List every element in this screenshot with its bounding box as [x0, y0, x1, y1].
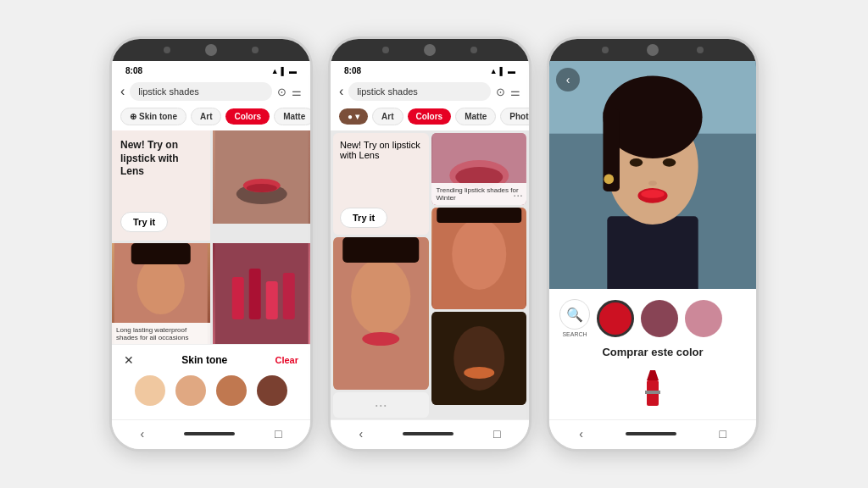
home-indicator-p2[interactable]: [403, 432, 453, 435]
square-nav-button-p3[interactable]: □: [702, 425, 743, 442]
svg-rect-14: [342, 237, 419, 263]
phone1-search-input[interactable]: lipstick shades: [130, 82, 272, 101]
lipstick-icon: [640, 363, 665, 406]
phone2-time: 8:08: [344, 66, 361, 75]
ar-person-illustration: [549, 61, 756, 289]
filter-icon-p2[interactable]: ⚌: [510, 86, 520, 98]
phone1-back-button[interactable]: ‹: [120, 84, 125, 99]
woman2-illustration: [431, 208, 527, 309]
search-swatch-container: 🔍 SEARCH: [559, 299, 590, 337]
back-nav-button[interactable]: ‹: [123, 425, 161, 442]
ar-search-button[interactable]: 🔍: [559, 299, 590, 330]
phone1-search-bar: ‹ lipstick shades ⊙ ⚌: [112, 79, 310, 104]
svg-rect-0: [214, 130, 308, 224]
skintone-dark[interactable]: [257, 375, 287, 406]
svg-rect-27: [607, 216, 698, 289]
phone-1: 8:08 ▲ ▌ ▬ ‹ lipstick shades ⊙ ⚌ ⊕ Skin …: [109, 36, 313, 452]
swatch-red-active[interactable]: [597, 300, 634, 337]
phone2-try-card: New! Try on lipstick with Lens Try it: [333, 133, 429, 235]
phone-2: 8:08 ▲ ▌ ▬ ‹ lipstick shades ⊙ ⚌ ● ▾: [328, 36, 531, 452]
back-nav-button-p3[interactable]: ‹: [562, 425, 600, 442]
svg-rect-39: [645, 391, 660, 394]
svg-point-20: [452, 219, 506, 290]
svg-point-24: [464, 367, 494, 379]
phone1-try-card: New! Try on lipstick with Lens Try it: [112, 130, 210, 241]
woman1-illustration: [333, 237, 429, 390]
camera-search-icon-p2[interactable]: ⊙: [496, 86, 505, 98]
chip-matte[interactable]: Matte: [274, 108, 310, 125]
try-card-headline: New! Try on lipstick with Lens: [120, 139, 202, 179]
phone1-grid: New! Try on lipstick with Lens Try it: [112, 130, 310, 344]
camera-lens-p2: [424, 44, 436, 56]
products-illustration: [213, 243, 311, 344]
phone2-woman2-cell: [431, 208, 527, 309]
svg-rect-21: [437, 208, 521, 223]
phone2-back-button[interactable]: ‹: [339, 84, 343, 99]
wifi-icon: ▲: [271, 67, 279, 75]
skintone-medium[interactable]: [216, 375, 247, 406]
phone-3: ‹: [547, 36, 759, 452]
filter-icon[interactable]: ⚌: [292, 86, 302, 98]
svg-rect-11: [282, 273, 294, 319]
skintone-clear-button[interactable]: Clear: [275, 355, 298, 365]
phone2-search-bar: ‹ lipstick shades ⊙ ⚌: [331, 79, 529, 104]
phone3-ar-controls: 🔍 SEARCH Comprar este color: [549, 289, 756, 419]
buy-label[interactable]: Comprar este color: [559, 346, 746, 358]
phone1-status-icons: ▲ ▌ ▬: [271, 67, 297, 75]
buy-button-row: Comprar este color: [559, 341, 746, 360]
phone2-search-input[interactable]: lipstick shades: [348, 82, 491, 101]
svg-point-31: [604, 175, 614, 185]
three-dots-icon[interactable]: ···: [513, 188, 523, 202]
chip-art[interactable]: Art: [191, 108, 221, 125]
chip-color-swatch[interactable]: ● ▾: [339, 108, 368, 125]
phone3-ar-screen: ‹: [549, 61, 756, 289]
svg-point-13: [351, 258, 410, 335]
phone1-woman-cell: Long lasting waterproof shades for all o…: [112, 243, 210, 344]
chip-photo-p2[interactable]: Photogr…: [500, 108, 529, 125]
camera-dot-2: [252, 47, 259, 53]
camera-dot2-p2: [470, 47, 477, 53]
svg-point-15: [362, 332, 399, 346]
phone2-camera-area: [331, 39, 529, 61]
svg-rect-8: [231, 277, 243, 319]
phone2-status-bar: 8:08 ▲ ▌ ▬: [331, 61, 529, 79]
skintone-close-button[interactable]: ✕: [124, 353, 134, 367]
camera-search-icon[interactable]: ⊙: [277, 86, 287, 98]
svg-marker-38: [647, 370, 659, 380]
square-nav-button-p2[interactable]: □: [476, 425, 517, 442]
skintone-medium-light[interactable]: [175, 375, 206, 406]
back-nav-button-p2[interactable]: ‹: [342, 425, 380, 442]
svg-rect-6: [131, 243, 191, 264]
lipstick-preview: [559, 360, 746, 411]
phone2-woman1-cell: [333, 237, 429, 390]
phone3-back-button[interactable]: ‹: [556, 68, 580, 92]
camera-lens: [205, 44, 217, 56]
chip-colors-active-p2[interactable]: Colors: [408, 108, 452, 125]
phone3-camera-area: [549, 39, 756, 61]
more-dots-icon: ···: [375, 396, 387, 414]
try-it-button[interactable]: Try it: [120, 212, 168, 232]
phone1-status-bar: 8:08 ▲ ▌ ▬: [112, 61, 310, 79]
svg-point-3: [246, 184, 276, 192]
chip-skintone[interactable]: ⊕ Skin tone: [120, 108, 186, 125]
phone2-more-cell[interactable]: ···: [333, 392, 429, 418]
phone1-products-cell: [213, 243, 311, 344]
try-it-button-p2[interactable]: Try it: [340, 208, 387, 228]
chip-matte-p2[interactable]: Matte: [455, 108, 496, 125]
swatch-pink[interactable]: [685, 300, 722, 337]
home-indicator[interactable]: [184, 432, 235, 435]
svg-point-23: [453, 326, 504, 391]
dropdown-arrow: ▾: [355, 112, 359, 121]
battery-icon: ▬: [289, 67, 297, 75]
skintone-light[interactable]: [135, 375, 165, 406]
home-indicator-p3[interactable]: [626, 432, 676, 435]
square-nav-button[interactable]: □: [258, 425, 298, 442]
phone2-search-actions: ⊙ ⚌: [496, 86, 520, 98]
phone1-time: 8:08: [125, 66, 142, 75]
chip-colors-active[interactable]: Colors: [225, 108, 270, 125]
swatch-dark-red[interactable]: [641, 300, 678, 337]
svg-point-35: [641, 190, 664, 198]
phone2-right-col: Trending lipstick shades for Winter ···: [431, 133, 527, 418]
skintone-icon: ⊕: [130, 112, 136, 121]
chip-art-p2[interactable]: Art: [372, 108, 403, 125]
